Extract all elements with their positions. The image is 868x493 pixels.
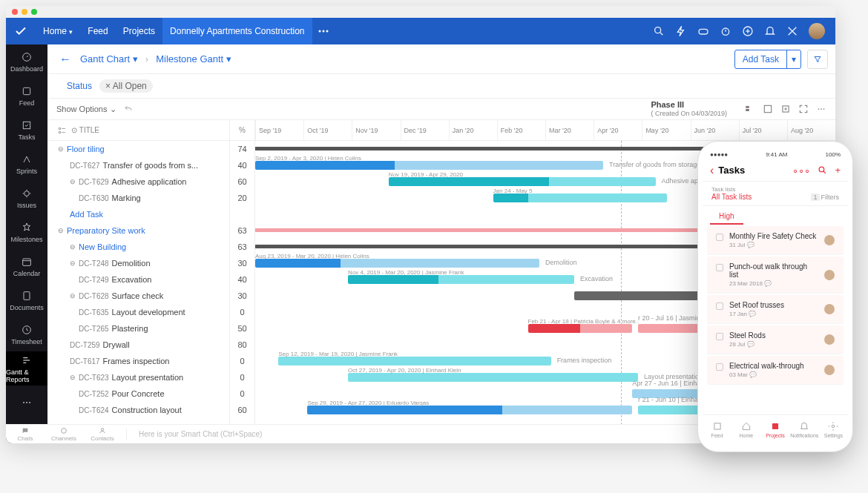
phone-tasklist-selector[interactable]: All Task lists [711,193,811,201]
gantt-bar[interactable]: Nov 4, 2019 - Mar 20, 2020 | Jasmine Fra… [348,275,574,284]
crumb-milestone-gantt[interactable]: Milestone Gantt ▾ [151,53,236,64]
footer-channels[interactable]: Channels [45,427,83,442]
checkbox[interactable] [716,363,723,371]
phone-task-list[interactable]: Monthly Fire Safety Check 31 Jul 💬 Punch… [703,225,848,414]
nav-sprints[interactable]: Sprints [6,147,47,181]
phone-task-item[interactable]: Steel Rods 28 Jul 💬 [707,325,844,354]
task-group[interactable]: ⊖ Preparatory Site work [47,222,229,239]
task-row[interactable]: DC-T617 Frames inspection [47,353,229,369]
bell-icon[interactable] [764,25,776,37]
nav-dashboard[interactable]: Dashboard [6,44,47,79]
phone-tab-notifications[interactable]: Notifications [790,415,819,444]
expand-icon[interactable]: ⊖ [70,259,76,267]
export-icon[interactable] [780,104,791,114]
app-logo-icon[interactable] [6,18,36,44]
timer-icon[interactable] [720,25,731,37]
undo-icon[interactable] [124,105,133,113]
nav-calendar[interactable]: Calendar [6,249,47,283]
phone-tab-feed[interactable]: Feed [703,415,731,444]
gamepad-icon[interactable] [697,25,709,37]
add-task-button[interactable]: Add Task ▾ [734,50,801,69]
phone-tab-settings[interactable]: Settings [819,415,848,444]
task-row[interactable]: DC-T252 Pour Concrete [47,386,229,402]
phone-tab-home[interactable]: Home [731,415,760,444]
add-task-dropdown-icon[interactable]: ▾ [787,54,800,64]
gantt-bar[interactable]: Oct 27, 2019 - Apr 20, 2020 | Einhard Kl… [348,373,638,382]
nav-project-crumb[interactable]: Donnelly Apartments Construction [162,18,312,44]
task-row[interactable]: DC-T265 Plastering [47,320,229,337]
add-task-inline[interactable]: Add Task [47,206,229,222]
window-minimize-icon[interactable] [22,9,27,15]
nav-documents[interactable]: Documents [6,283,47,317]
task-row[interactable]: DC-T630 Marking [47,190,229,206]
footer-contacts[interactable]: Contacts [83,427,122,442]
task-row[interactable]: DC-T627 Transfer of goods from s... [47,157,229,173]
view-icon[interactable] [763,104,773,114]
filter-button[interactable] [807,50,828,69]
task-group[interactable]: ⊖ Floor tiling [47,141,229,157]
expand-icon[interactable]: ⊖ [58,227,64,234]
task-row[interactable]: DC-T624 Construction layout [47,402,229,418]
footer-chats[interactable]: Chats [6,427,45,442]
task-row[interactable]: ⊖DC-T623 Layout presentation [47,369,229,386]
checkbox[interactable] [716,333,723,340]
task-row[interactable]: DC-T635 Layout development [47,304,229,320]
phone-task-item[interactable]: Punch-out walk through list 23 Mar 2018 … [707,257,844,294]
gantt-bar[interactable]: Feb 21 - Apr 18 | Patricia Boyle & 4 mor… [528,324,633,333]
add-icon[interactable] [742,25,754,37]
gantt-bar[interactable]: Nov 19, 2019 - Apr 29, 2020 [389,177,656,186]
task-row[interactable]: ⊖DC-T629 Adhesive application [47,173,229,190]
checkbox[interactable] [716,264,723,271]
expand-icon[interactable]: ⊖ [70,243,76,251]
nav-feed[interactable]: Feed [80,26,115,36]
nav-home[interactable]: Home ▾ [36,26,80,36]
task-row[interactable]: ⊖DC-T628 Surface check [47,288,229,304]
show-options-toggle[interactable]: Show Options ⌄ [56,105,116,114]
phone-back-icon[interactable]: ‹ [710,164,714,177]
legend-icon[interactable] [745,104,755,114]
gantt-bar[interactable]: Jan 24 - May 5 [493,193,668,202]
window-maximize-icon[interactable] [31,9,37,15]
task-subgroup[interactable]: ⊖ New Building [47,239,229,255]
nav-projects[interactable]: Projects [116,26,162,36]
nav-more[interactable] [6,386,47,420]
task-row[interactable]: DC-T249 Excavation [47,271,229,288]
phone-search-icon[interactable] [818,165,827,175]
nav-milestones[interactable]: Milestones [6,215,47,249]
expand-icon[interactable]: ⊖ [70,374,76,381]
expand-icon[interactable]: ⊖ [70,292,76,300]
nav-tasks[interactable]: Tasks [6,113,47,147]
phone-task-item[interactable]: Set Roof trusses 17 Jan 💬 [707,295,844,324]
more-icon[interactable] [816,104,826,114]
phone-section-high[interactable]: High [710,206,743,225]
phone-filters[interactable]: 1Filters [811,193,839,201]
checkbox[interactable] [716,302,723,310]
nav-timesheet[interactable]: Timesheet [6,317,47,351]
task-row[interactable]: ⊖DC-T248 Demolition [47,255,229,271]
phone-task-item[interactable]: Monthly Fire Safety Check 31 Jul 💬 [707,226,844,255]
crumb-gantt-chart[interactable]: Gantt Chart ▾ [76,53,142,64]
gantt-bar[interactable]: Sep 12, 2019 - Mar 19, 2020 | Jasmine Fr… [278,357,551,365]
nav-issues[interactable]: Issues [6,181,47,215]
task-row[interactable]: DC-T259 Drywall [47,337,229,353]
checkbox[interactable] [716,234,723,241]
expand-icon[interactable]: ⊖ [70,178,76,185]
user-avatar[interactable] [809,23,825,39]
gantt-bar[interactable]: Aug 23, 2019 - Mar 20, 2020 | Helen Coli… [255,259,539,268]
back-icon[interactable]: ← [55,53,76,66]
phone-more-icon[interactable]: ∘∘∘ [792,165,810,176]
fullscreen-icon[interactable] [798,104,809,114]
phone-task-item[interactable]: Electrical walk-through 03 Mar 💬 [707,356,844,385]
status-label[interactable]: Status [67,81,92,91]
phone-add-icon[interactable]: + [835,165,841,176]
search-icon[interactable] [653,25,665,37]
nav-gantt-reports[interactable]: Gantt & Reports [6,351,47,386]
status-value[interactable]: × All Open [99,79,153,93]
phone-tab-projects[interactable]: Projects [760,415,789,444]
title-header[interactable]: ⊙ TITLE [47,120,229,141]
tools-icon[interactable] [786,25,798,37]
bolt-icon[interactable] [675,25,687,37]
nav-feed[interactable]: Feed [6,79,47,113]
nav-more-icon[interactable] [312,30,335,33]
gantt-bar[interactable]: Sep 2, 2019 - Apr 3, 2020 | Helen Colins [255,161,603,170]
